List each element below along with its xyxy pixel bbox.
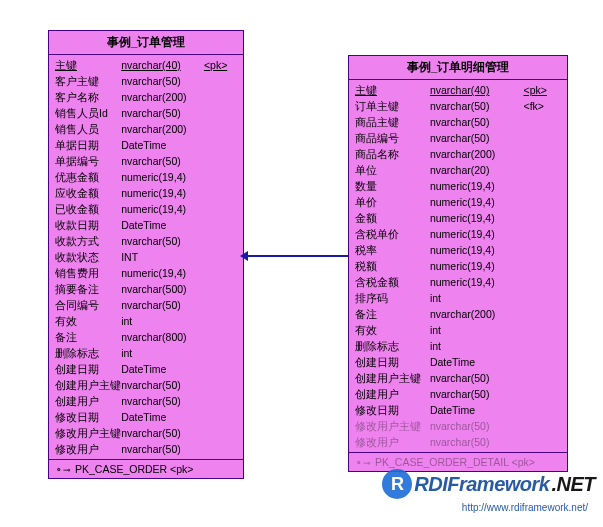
column-name: 有效 bbox=[55, 313, 121, 329]
column-row: 收款日期DateTime bbox=[55, 217, 237, 233]
column-name: 备注 bbox=[55, 329, 121, 345]
column-row: 修改用户nvarchar(50) bbox=[55, 441, 237, 457]
column-type: nvarchar(50) bbox=[121, 377, 204, 393]
column-row: 商品主键nvarchar(50) bbox=[355, 114, 561, 130]
column-row: 删除标志int bbox=[355, 338, 561, 354]
entity-order-detail: 事例_订单明细管理 主键nvarchar(40)<pk>订单主键nvarchar… bbox=[348, 55, 568, 472]
column-row: 销售人员nvarchar(200) bbox=[55, 121, 237, 137]
key-icon bbox=[55, 463, 71, 475]
watermark-r-icon: R bbox=[382, 469, 412, 499]
column-key bbox=[204, 345, 237, 361]
column-type: DateTime bbox=[121, 361, 204, 377]
watermark-net: .NET bbox=[551, 473, 595, 496]
column-row: 摘要备注nvarchar(500) bbox=[55, 281, 237, 297]
column-type: nvarchar(50) bbox=[430, 98, 524, 114]
column-row: 创建用户主键nvarchar(50) bbox=[55, 377, 237, 393]
column-row: 创建日期DateTime bbox=[55, 361, 237, 377]
column-key bbox=[524, 402, 561, 418]
column-type: int bbox=[430, 322, 524, 338]
column-row: 订单主键nvarchar(50)<fk> bbox=[355, 98, 561, 114]
column-name: 税率 bbox=[355, 242, 430, 258]
column-row: 已收金额numeric(19,4) bbox=[55, 201, 237, 217]
column-type: numeric(19,4) bbox=[430, 194, 524, 210]
column-key: <pk> bbox=[524, 82, 561, 98]
watermark-text: RDIFramework bbox=[414, 473, 549, 496]
column-type: numeric(19,4) bbox=[121, 169, 204, 185]
column-key bbox=[524, 354, 561, 370]
column-key bbox=[204, 89, 237, 105]
column-row: 修改日期DateTime bbox=[355, 402, 561, 418]
column-row: 客户主键nvarchar(50) bbox=[55, 73, 237, 89]
column-name: 修改用户主键 bbox=[55, 425, 121, 441]
column-type: nvarchar(50) bbox=[430, 386, 524, 402]
column-name: 销售人员 bbox=[55, 121, 121, 137]
column-type: numeric(19,4) bbox=[121, 201, 204, 217]
column-key bbox=[524, 114, 561, 130]
column-row: 删除标志int bbox=[55, 345, 237, 361]
column-name: 修改用户 bbox=[55, 441, 121, 457]
column-name: 合同编号 bbox=[55, 297, 121, 313]
column-type: nvarchar(50) bbox=[430, 114, 524, 130]
watermark-logo: R RDIFramework.NET bbox=[382, 469, 595, 499]
column-name: 修改日期 bbox=[355, 402, 430, 418]
entity-order-detail-title: 事例_订单明细管理 bbox=[349, 56, 567, 80]
column-type: int bbox=[121, 345, 204, 361]
column-key bbox=[204, 137, 237, 153]
column-name: 数量 bbox=[355, 178, 430, 194]
column-key bbox=[204, 393, 237, 409]
column-row: 创建日期DateTime bbox=[355, 354, 561, 370]
column-key: <pk> bbox=[204, 57, 237, 73]
column-row: 税额numeric(19,4) bbox=[355, 258, 561, 274]
fk-relationship-arrow bbox=[243, 255, 348, 257]
column-name: 含税金额 bbox=[355, 274, 430, 290]
column-row: 创建用户主键nvarchar(50) bbox=[355, 370, 561, 386]
entity-order-pk-label: PK_CASE_ORDER <pk> bbox=[75, 463, 193, 475]
entity-order: 事例_订单管理 主键nvarchar(40)<pk>客户主键nvarchar(5… bbox=[48, 30, 244, 479]
column-row: 修改日期DateTime bbox=[55, 409, 237, 425]
column-name: 创建日期 bbox=[55, 361, 121, 377]
column-type: nvarchar(50) bbox=[430, 418, 524, 434]
column-key bbox=[204, 121, 237, 137]
column-name: 单据编号 bbox=[55, 153, 121, 169]
column-row: 客户名称nvarchar(200) bbox=[55, 89, 237, 105]
column-key bbox=[524, 274, 561, 290]
column-name: 单价 bbox=[355, 194, 430, 210]
column-type: numeric(19,4) bbox=[430, 226, 524, 242]
column-key bbox=[524, 386, 561, 402]
column-key bbox=[524, 418, 561, 434]
column-type: nvarchar(50) bbox=[121, 233, 204, 249]
column-row: 主键nvarchar(40)<pk> bbox=[355, 82, 561, 98]
column-row: 含税单价numeric(19,4) bbox=[355, 226, 561, 242]
column-key bbox=[204, 329, 237, 345]
column-name: 删除标志 bbox=[55, 345, 121, 361]
column-row: 销售费用numeric(19,4) bbox=[55, 265, 237, 281]
column-type: int bbox=[121, 313, 204, 329]
column-name: 排序码 bbox=[355, 290, 430, 306]
column-key bbox=[524, 322, 561, 338]
entity-order-detail-body: 主键nvarchar(40)<pk>订单主键nvarchar(50)<fk>商品… bbox=[349, 80, 567, 452]
column-row: 备注nvarchar(800) bbox=[55, 329, 237, 345]
column-row: 修改用户主键nvarchar(50) bbox=[55, 425, 237, 441]
column-row: 收款状态INT bbox=[55, 249, 237, 265]
column-key bbox=[204, 73, 237, 89]
column-row: 有效int bbox=[55, 313, 237, 329]
column-row: 销售人员Idnvarchar(50) bbox=[55, 105, 237, 121]
watermark-url: http://www.rdiframework.net/ bbox=[462, 502, 588, 513]
column-name: 订单主键 bbox=[355, 98, 430, 114]
column-type: nvarchar(50) bbox=[121, 105, 204, 121]
column-row: 单据日期DateTime bbox=[55, 137, 237, 153]
column-type: DateTime bbox=[121, 137, 204, 153]
column-key bbox=[204, 249, 237, 265]
column-name: 修改用户主键 bbox=[355, 418, 430, 434]
column-key bbox=[524, 210, 561, 226]
column-name: 客户名称 bbox=[55, 89, 121, 105]
column-type: nvarchar(40) bbox=[121, 57, 204, 73]
column-key bbox=[204, 297, 237, 313]
column-name: 删除标志 bbox=[355, 338, 430, 354]
column-row: 数量numeric(19,4) bbox=[355, 178, 561, 194]
column-row: 单价numeric(19,4) bbox=[355, 194, 561, 210]
column-row: 收款方式nvarchar(50) bbox=[55, 233, 237, 249]
column-type: nvarchar(50) bbox=[430, 130, 524, 146]
column-row: 修改用户主键nvarchar(50) bbox=[355, 418, 561, 434]
column-key bbox=[524, 162, 561, 178]
